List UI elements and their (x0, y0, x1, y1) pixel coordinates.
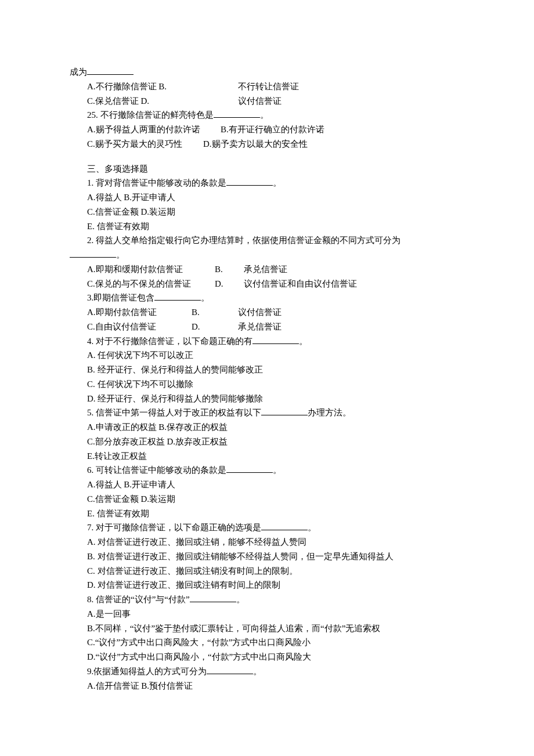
opt-b-label: B. (215, 262, 244, 277)
opt-d: 承兑信誉证 (238, 322, 282, 331)
blank (207, 665, 253, 674)
opt-d-label: D. (192, 320, 238, 334)
option-row: B. 经开证行、保兑行和得益人的赞同能够改正 (70, 363, 464, 377)
option-row: A.赐予得益人两重的付款许诺B.有开证行确立的付款许诺 (70, 122, 464, 137)
text: 9.依据通知得益人的方式可分为 (87, 667, 207, 676)
opt-a: A.赐予得益人两重的付款许诺 (87, 122, 221, 137)
text: 。 (253, 667, 262, 676)
option-row: C. 任何状况下均不可以撤除 (70, 377, 464, 392)
opt-d-label: D. (215, 277, 244, 291)
section-heading: 三、多项选择题 (70, 162, 464, 176)
m6-stem: 6. 可转让信誉证中能够改动的条款是。 (70, 463, 464, 478)
option-row: E. 信誉证有效期 (70, 219, 464, 234)
opt-b: 议付信誉证 (238, 308, 282, 317)
option-row: E. 信誉证有效期 (70, 507, 464, 521)
option-row: D. 经开证行、保兑行和得益人的赞同能够撤除 (70, 392, 464, 406)
option-row: C.自由议付信誉证D.承兑信誉证 (70, 320, 464, 334)
m2-stem-tail: 。 (70, 248, 464, 262)
text: 4. 对于不行撤除信誉证，以下命题正确的有 (87, 337, 252, 346)
text: 。 (236, 595, 245, 604)
option-row: A. 对信誉证进行改正、撤回或注销，能够不经得益人赞同 (70, 535, 464, 549)
text: 3.即期信誉证包含 (87, 293, 154, 302)
option-row: A.不行撤除信誉证 B.不行转让信誉证 (70, 79, 464, 94)
option-row: C.保兑信誉证 D.议付信誉证 (70, 94, 464, 108)
text: 1. 背对背信誉证中能够改动的条款是 (87, 178, 226, 187)
m3-stem: 3.即期信誉证包含。 (70, 291, 464, 305)
m1-stem: 1. 背对背信誉证中能够改动的条款是。 (70, 176, 464, 190)
m5-stem: 5. 信誉证中第一得益人对于改正的权益有以下办理方法。 (70, 406, 464, 420)
opt-d: D.赐予卖方以最大的安全性 (203, 139, 308, 149)
option-row: C.赐予买方最大的灵巧性D.赐予卖方以最大的安全性 (70, 137, 464, 151)
blank (226, 178, 273, 186)
opt-c: C.自由议付信誉证 (87, 320, 192, 334)
blank (261, 407, 308, 416)
text: 办理方法。 (308, 408, 351, 417)
option-row: A.申请改正的权益 B.保存改正的权益 (70, 420, 464, 435)
opt-a: A.即期和缓期付款信誉证 (87, 262, 215, 277)
text: 。 (299, 337, 308, 346)
text: 25. 不行撤除信誉证的鲜亮特色是 (87, 110, 214, 120)
option-row: A.是一回事 (70, 607, 464, 621)
opt-c: C.赐予买方最大的灵巧性 (87, 137, 203, 151)
m7-stem: 7. 对于可撤除信誉证，以下命题正确的选项是。 (70, 520, 464, 535)
option-row: C. 对信誉证进行改正、撤回或注销没有时间上的限制。 (70, 564, 464, 578)
opt-b: 不行转让信誉证 (238, 82, 299, 91)
blank (252, 335, 299, 344)
text: 。 (116, 250, 125, 259)
opt-b-label: B. (192, 305, 238, 320)
text: 。 (273, 178, 282, 187)
opt-b: B.有开证行确立的付款许诺 (221, 125, 324, 134)
opt-d: 议付信誉证 (238, 96, 282, 106)
option-row: C.“议付”方式中出口商风险大，“付款”方式中出口商风险小 (70, 635, 464, 650)
option-row: A.即期和缓期付款信誉证B.承兑信誉证 (70, 262, 464, 277)
text: 。 (201, 293, 210, 302)
option-row: A.得益人 B.开证申请人 (70, 190, 464, 205)
option-row: A.得益人 B.开证申请人 (70, 478, 464, 492)
blank (70, 249, 116, 258)
opt-a: A.即期付款信誉证 (87, 305, 192, 320)
opt-c: C.保兑信誉证 D. (87, 94, 238, 108)
option-row: A.信开信誉证 B.预付信誉证 (70, 679, 464, 693)
text: 。 (273, 465, 282, 475)
blank (226, 465, 273, 473)
text: 7. 对于可撤除信誉证，以下命题正确的选项是 (87, 523, 261, 532)
opt-c: C.保兑的与不保兑的信誉证 (87, 277, 215, 291)
opt-a: A.不行撤除信誉证 B. (87, 79, 238, 94)
text: 。 (260, 110, 269, 120)
option-row: D.“议付”方式中出口商风险小，“付款”方式中出口商风险大 (70, 650, 464, 664)
document-page: 成为 A.不行撤除信誉证 B.不行转让信誉证 C.保兑信誉证 D.议付信誉证 2… (0, 0, 534, 756)
blank (261, 522, 308, 531)
text: 6. 可转让信誉证中能够改动的条款是 (87, 465, 226, 475)
option-row: D. 对信誉证进行改正、撤回或注销有时间上的限制 (70, 578, 464, 592)
option-row: B. 对信誉证进行改正、撤回或注销能够不经得益人赞同，但一定早先通知得益人 (70, 549, 464, 564)
option-row: C.保兑的与不保兑的信誉证D.议付信誉证和自由议付信誉证 (70, 277, 464, 291)
m2-stem: 2. 得益人交单给指定银行向它办理结算时，依据使用信誉证金额的不同方式可分为 (70, 233, 464, 248)
option-row: C.信誉证金额 D.装运期 (70, 492, 464, 507)
blank (87, 67, 134, 75)
m8-stem: 8. 信誉证的“议付”与“付款”。 (70, 592, 464, 607)
option-row: A.即期付款信誉证B.议付信誉证 (70, 305, 464, 320)
blank (214, 110, 260, 118)
text: 8. 信誉证的“议付”与“付款” (87, 595, 190, 604)
option-row: E.转让改正权益 (70, 449, 464, 464)
option-row: A. 任何状况下均不可以改正 (70, 348, 464, 363)
opt-d: 议付信誉证和自由议付信誉证 (244, 279, 357, 288)
text: 成为 (70, 67, 87, 77)
blank (190, 594, 236, 603)
intro-line: 成为 (70, 65, 464, 79)
text: 5. 信誉证中第一得益人对于改正的权益有以下 (87, 408, 261, 417)
m4-stem: 4. 对于不行撤除信誉证，以下命题正确的有。 (70, 334, 464, 349)
option-row: B.不同样，“议付”鉴于垫付或汇票转让，可向得益人追索，而“付款”无追索权 (70, 621, 464, 636)
opt-b: 承兑信誉证 (244, 265, 287, 274)
q25-stem: 25. 不行撤除信誉证的鲜亮特色是。 (70, 108, 464, 122)
option-row: C.部分放弃改正权益 D.放弃改正权益 (70, 435, 464, 449)
text: 。 (308, 523, 316, 532)
blank (154, 292, 201, 301)
m9-stem: 9.依据通知得益人的方式可分为。 (70, 664, 464, 679)
option-row: C.信誉证金额 D.装运期 (70, 205, 464, 219)
